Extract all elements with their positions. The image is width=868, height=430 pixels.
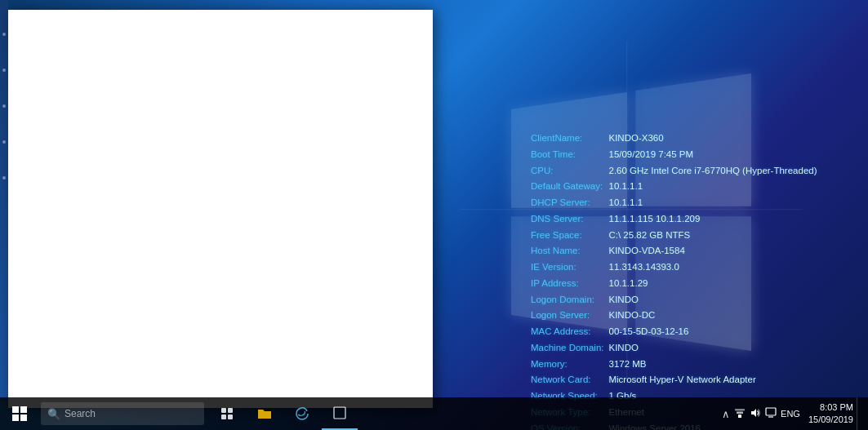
sidebar-dot-1 [2, 33, 6, 36]
sidebar-dot-3 [2, 104, 6, 108]
sysinfo-value: KINDO-DC [608, 308, 817, 324]
sysinfo-label: DHCP Server: [531, 195, 608, 211]
sysinfo-label: Boot Time: [531, 147, 608, 163]
sidebar-strip [0, 0, 8, 400]
sysinfo-label: Host Name: [531, 243, 608, 259]
svg-rect-8 [221, 414, 226, 419]
sysinfo-label: Free Space: [531, 228, 608, 244]
sysinfo-value: 00-15-5D-03-12-16 [608, 324, 817, 340]
sysinfo-value: KINDO-VDA-1584 [608, 243, 817, 259]
sysinfo-value: 3172 MB [608, 357, 817, 373]
search-icon: 🔍 [47, 408, 60, 420]
task-view-button[interactable] [209, 397, 245, 430]
file-explorer-button[interactable] [247, 397, 283, 430]
sysinfo-row: Machine Domain: KINDO [531, 340, 817, 357]
edge-button[interactable] [284, 397, 320, 430]
sysinfo-value: 15/09/2019 7:45 PM [608, 147, 817, 163]
sidebar-dot-2 [2, 69, 6, 72]
sysinfo-label: ClientName: [531, 131, 608, 147]
volume-icon[interactable] [750, 407, 761, 421]
sysinfo-row: Memory: 3172 MB [531, 357, 817, 373]
start-button[interactable] [0, 397, 39, 430]
app-taskbar-item[interactable] [322, 397, 358, 430]
sysinfo-value: KINDO [608, 292, 817, 308]
svg-rect-7 [228, 408, 233, 413]
sysinfo-row: IE Version: 11.3143.14393.0 [531, 259, 817, 276]
taskbar-left: 🔍 Search [0, 397, 722, 430]
sysinfo-value: 11.1.1.115 10.1.1.209 [608, 211, 817, 228]
svg-rect-15 [766, 408, 776, 415]
app-window [8, 10, 433, 408]
svg-rect-9 [228, 414, 233, 419]
sidebar-dot-4 [2, 140, 6, 144]
sysinfo-value: 10.1.1.29 [608, 276, 817, 292]
sysinfo-label: Logon Domain: [531, 292, 608, 308]
sysinfo-label: Logon Server: [531, 308, 608, 324]
show-hidden-icons-button[interactable]: ∧ [722, 408, 730, 420]
sysinfo-row: Host Name: KINDO-VDA-1584 [531, 243, 817, 259]
sysinfo-label: DNS Server: [531, 211, 608, 228]
svg-rect-13 [735, 409, 745, 411]
start-icon [12, 406, 27, 421]
sysinfo-label: Memory: [531, 357, 608, 373]
sysinfo-label: MAC Address: [531, 324, 608, 340]
sysinfo-row: DNS Server: 11.1.1.115 10.1.1.209 [531, 211, 817, 228]
sysinfo-panel: ClientName: KINDO-X360 Boot Time: 15/09/… [531, 131, 817, 430]
show-desktop-button[interactable] [857, 397, 861, 430]
sysinfo-label: IP Address: [531, 276, 608, 292]
sysinfo-row: Logon Server: KINDO-DC [531, 308, 817, 324]
sysinfo-row: CPU: 2.60 GHz Intel Core i7-6770HQ (Hype… [531, 163, 817, 180]
sysinfo-value: KINDO-X360 [608, 131, 817, 147]
taskbar: 🔍 Search [0, 397, 868, 430]
svg-rect-10 [334, 407, 345, 419]
sysinfo-value: 10.1.1.1 [608, 179, 817, 195]
sysinfo-label: Default Gateway: [531, 179, 608, 195]
sysinfo-value: 2.60 GHz Intel Core i7-6770HQ (Hyper-Thr… [608, 163, 817, 180]
sysinfo-label: CPU: [531, 163, 608, 180]
sysinfo-row: MAC Address: 00-15-5D-03-12-16 [531, 324, 817, 340]
language-indicator[interactable]: ENG [781, 409, 800, 419]
sysinfo-row: Network Card: Microsoft Hyper-V Network … [531, 372, 817, 388]
svg-rect-12 [737, 411, 743, 414]
sysinfo-value: KINDO [608, 340, 817, 357]
taskbar-pinned-icons [209, 397, 358, 430]
clock[interactable]: 8:03 PM 15/09/2019 [808, 401, 853, 427]
sidebar-dot-5 [2, 176, 6, 180]
system-tray: ∧ [722, 407, 800, 421]
network-icon[interactable] [734, 407, 746, 421]
sysinfo-row: Boot Time: 15/09/2019 7:45 PM [531, 147, 817, 163]
sysinfo-value: Microsoft Hyper-V Network Adapter [608, 372, 817, 388]
sysinfo-row: DHCP Server: 10.1.1.1 [531, 195, 817, 211]
sysinfo-value: 10.1.1.1 [608, 195, 817, 211]
svg-rect-6 [221, 408, 226, 413]
desktop: ClientName: KINDO-X360 Boot Time: 15/09/… [0, 0, 868, 430]
sysinfo-row: ClientName: KINDO-X360 [531, 131, 817, 147]
svg-marker-14 [751, 409, 756, 417]
sysinfo-row: Free Space: C:\ 25.82 GB NTFS [531, 228, 817, 244]
clock-time: 8:03 PM [808, 401, 853, 414]
taskbar-right: ∧ [722, 397, 868, 430]
clock-date: 15/09/2019 [808, 414, 853, 426]
sysinfo-row: Logon Domain: KINDO [531, 292, 817, 308]
sysinfo-value: 11.3143.14393.0 [608, 259, 817, 276]
sysinfo-label: Machine Domain: [531, 340, 608, 357]
svg-rect-11 [738, 414, 741, 418]
sysinfo-value: C:\ 25.82 GB NTFS [608, 228, 817, 244]
notification-icon[interactable] [765, 407, 777, 421]
sysinfo-label: IE Version: [531, 259, 608, 276]
sysinfo-label: Network Card: [531, 372, 608, 388]
taskbar-search[interactable]: 🔍 Search [41, 402, 204, 425]
sysinfo-row: IP Address: 10.1.1.29 [531, 276, 817, 292]
search-label: Search [65, 408, 96, 419]
sysinfo-row: Default Gateway: 10.1.1.1 [531, 179, 817, 195]
